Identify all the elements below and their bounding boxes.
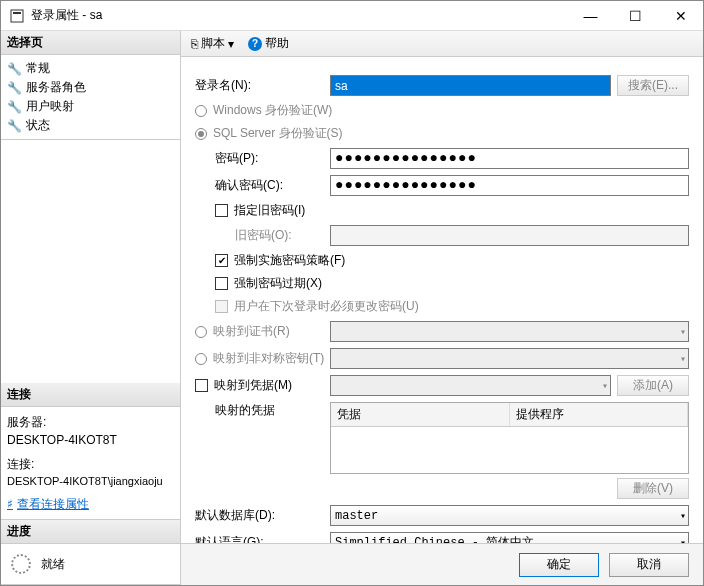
credential-combo: ▾ <box>330 375 611 396</box>
search-button: 搜索(E)... <box>617 75 689 96</box>
specify-old-password-checkbox[interactable]: 指定旧密码(I) <box>215 202 305 219</box>
login-name-label: 登录名(N): <box>195 77 330 94</box>
radio-icon <box>195 326 207 338</box>
sidebar-item-status[interactable]: 🔧状态 <box>7 116 174 135</box>
progress-spinner-icon <box>11 554 31 574</box>
close-button[interactable]: ✕ <box>658 1 703 30</box>
toolbar: ⎘ 脚本 ▾ ? 帮助 <box>181 31 703 57</box>
password-label: 密码(P): <box>195 150 330 167</box>
cert-combo: ▾ <box>330 321 689 342</box>
checkbox-icon <box>195 379 208 392</box>
must-change-password-checkbox: 用户在下次登录时必须更改密码(U) <box>215 298 419 315</box>
app-icon <box>9 8 25 24</box>
ok-button[interactable]: 确定 <box>519 553 599 577</box>
sidebar: 选择页 🔧常规 🔧服务器角色 🔧用户映射 🔧状态 连接 服务器: DESKTOP… <box>1 31 181 585</box>
confirm-password-input[interactable]: ●●●●●●●●●●●●●●● <box>330 175 689 196</box>
add-credential-button: 添加(A) <box>617 375 689 396</box>
titlebar[interactable]: 登录属性 - sa — ☐ ✕ <box>1 1 703 31</box>
server-label: 服务器: <box>7 413 174 431</box>
sidebar-item-user-mapping[interactable]: 🔧用户映射 <box>7 97 174 116</box>
map-to-asym-key-radio: 映射到非对称密钥(T) <box>195 350 330 367</box>
radio-icon <box>195 105 207 117</box>
enforce-expiration-checkbox[interactable]: 强制密码过期(X) <box>215 275 322 292</box>
connection-header: 连接 <box>1 383 180 407</box>
minimize-button[interactable]: — <box>568 1 613 30</box>
delete-credential-button: 删除(V) <box>617 478 689 499</box>
maximize-button[interactable]: ☐ <box>613 1 658 30</box>
checkbox-icon <box>215 300 228 313</box>
checkbox-icon <box>215 204 228 217</box>
radio-icon <box>195 353 207 365</box>
cancel-button[interactable]: 取消 <box>609 553 689 577</box>
wrench-icon: 🔧 <box>7 81 22 95</box>
wrench-icon: 🔧 <box>7 62 22 76</box>
login-properties-window: 登录属性 - sa — ☐ ✕ 选择页 🔧常规 🔧服务器角色 🔧用户映射 🔧状态… <box>0 0 704 586</box>
windows-auth-radio: Windows 身份验证(W) <box>195 102 332 119</box>
mapped-credentials-label: 映射的凭据 <box>195 402 330 419</box>
asym-key-combo: ▾ <box>330 348 689 369</box>
connection-label: 连接: <box>7 455 174 473</box>
default-lang-combo[interactable]: Simplified Chinese - 简体中文▾ <box>330 532 689 543</box>
default-db-label: 默认数据库(D): <box>195 507 330 524</box>
window-title: 登录属性 - sa <box>31 7 568 24</box>
password-input[interactable]: ●●●●●●●●●●●●●●● <box>330 148 689 169</box>
old-password-input <box>330 225 689 246</box>
default-lang-label: 默认语言(G): <box>195 534 330 543</box>
grid-col-provider[interactable]: 提供程序 <box>510 403 689 426</box>
wrench-icon: 🔧 <box>7 100 22 114</box>
map-to-credential-checkbox[interactable]: 映射到凭据(M) <box>195 377 330 394</box>
view-connection-properties-link[interactable]: ♯ 查看连接属性 <box>7 495 174 513</box>
progress-status: 就绪 <box>41 556 65 573</box>
mapped-credentials-grid[interactable]: 凭据 提供程序 <box>330 402 689 474</box>
login-name-input[interactable] <box>330 75 611 96</box>
connection-value: DESKTOP-4IKOT8T\jiangxiaoju <box>7 473 174 490</box>
chevron-down-icon: ▾ <box>680 326 686 338</box>
help-button[interactable]: ? 帮助 <box>244 33 293 54</box>
link-icon: ♯ <box>7 495 13 513</box>
help-icon: ? <box>248 37 262 51</box>
default-db-combo[interactable]: master▾ <box>330 505 689 526</box>
sql-auth-radio: SQL Server 身份验证(S) <box>195 125 343 142</box>
radio-icon <box>195 128 207 140</box>
server-value: DESKTOP-4IKOT8T <box>7 431 174 449</box>
chevron-down-icon: ▾ <box>228 37 234 51</box>
grid-col-credential[interactable]: 凭据 <box>331 403 510 426</box>
main-panel: ⎘ 脚本 ▾ ? 帮助 登录名(N): 搜索(E)... <box>181 31 703 585</box>
wrench-icon: 🔧 <box>7 119 22 133</box>
select-page-header: 选择页 <box>1 31 180 55</box>
chevron-down-icon: ▾ <box>680 353 686 365</box>
chevron-down-icon: ▾ <box>680 510 686 522</box>
old-password-label: 旧密码(O): <box>195 227 330 244</box>
script-button[interactable]: ⎘ 脚本 ▾ <box>187 33 238 54</box>
script-icon: ⎘ <box>191 37 198 51</box>
checkbox-icon <box>215 277 228 290</box>
svg-rect-1 <box>13 12 21 14</box>
confirm-password-label: 确认密码(C): <box>195 177 330 194</box>
svg-rect-0 <box>11 10 23 22</box>
checkbox-icon <box>215 254 228 267</box>
chevron-down-icon: ▾ <box>602 380 608 392</box>
sidebar-item-general[interactable]: 🔧常规 <box>7 59 174 78</box>
enforce-policy-checkbox[interactable]: 强制实施密码策略(F) <box>215 252 345 269</box>
footer: 确定 取消 <box>181 543 703 585</box>
progress-header: 进度 <box>1 520 180 544</box>
map-to-cert-radio: 映射到证书(R) <box>195 323 330 340</box>
sidebar-item-server-roles[interactable]: 🔧服务器角色 <box>7 78 174 97</box>
